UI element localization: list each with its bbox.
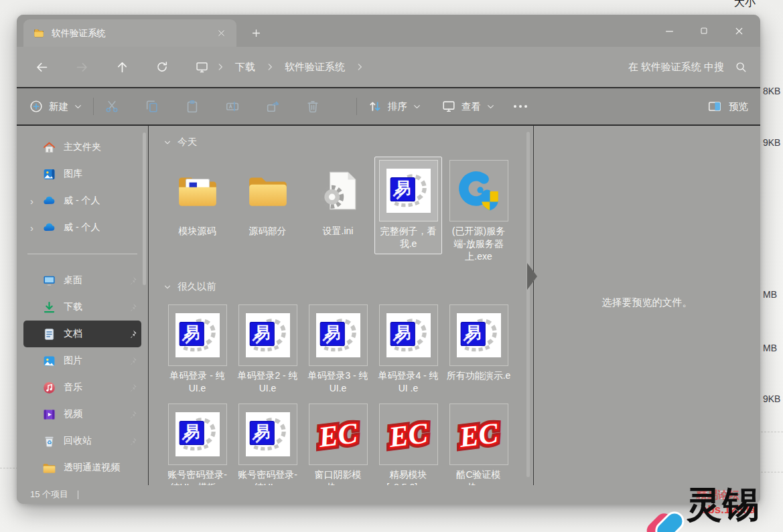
logo-mark-icon — [642, 504, 685, 532]
sidebar-item-icon — [42, 300, 56, 315]
sidebar-item[interactable]: › 回收站 — [23, 428, 141, 454]
file-type-icon — [175, 313, 220, 357]
sidebar-scrollbar[interactable] — [143, 132, 146, 285]
maximize-button[interactable] — [687, 17, 721, 44]
file-tile[interactable]: 账号密码登录-纯UI.e — [234, 400, 301, 485]
search-icon[interactable] — [735, 61, 747, 73]
background-dashed-line — [761, 472, 783, 472]
sidebar-top-list: › 主文件夹 › 图库 › 威 - 个人 — [17, 134, 148, 241]
file-name: 精易模块[v8.5.0].ec — [376, 468, 441, 485]
sidebar-item[interactable]: › 下载 — [23, 294, 141, 321]
sidebar-item[interactable]: › 威 - 个人 — [23, 187, 141, 214]
file-icon-box — [309, 304, 368, 366]
up-button[interactable] — [109, 55, 135, 79]
view-button[interactable]: 查看 — [441, 99, 495, 114]
search-input[interactable]: 在 软件验证系统 中搜 — [628, 61, 747, 74]
sidebar-item-label: 主文件夹 — [64, 141, 124, 153]
tab-current-folder[interactable]: 软件验证系统 — [23, 19, 236, 47]
file-tile[interactable]: 单码登录4 - 纯UI .e — [374, 301, 442, 399]
collapse-chevron-icon[interactable] — [163, 139, 171, 147]
sidebar-item[interactable]: › 主文件夹 — [23, 134, 141, 161]
paste-button[interactable] — [185, 99, 200, 114]
this-pc-icon[interactable] — [195, 60, 209, 74]
command-toolbar: 新建 排序 查看 预览 — [17, 88, 760, 126]
refresh-button[interactable] — [149, 55, 175, 79]
file-tile[interactable]: 完整例子，看我.e — [374, 157, 442, 254]
file-tile[interactable]: 酷C验证模块.ec — [445, 400, 512, 485]
file-tile[interactable]: 单码登录 - 纯UI.e — [163, 301, 231, 399]
back-button[interactable] — [29, 55, 54, 79]
more-options-button[interactable] — [514, 105, 527, 108]
background-dashed-line — [0, 468, 18, 468]
close-button[interactable] — [721, 17, 756, 44]
file-tile[interactable]: 源码部分 — [234, 157, 301, 242]
expand-chevron-icon[interactable]: › — [30, 196, 41, 206]
file-icon-box — [449, 160, 508, 221]
file-tile[interactable]: 设置.ini — [304, 157, 372, 242]
file-tile[interactable]: (已开源)服务端-放服务器上.exe — [445, 157, 512, 267]
share-button[interactable] — [265, 99, 280, 114]
pin-icon — [128, 436, 137, 446]
sidebar-item-icon — [42, 274, 56, 288]
sidebar-item-label: 音乐 — [64, 381, 124, 393]
sidebar-item[interactable]: › 图库 — [23, 161, 141, 187]
background-file-size: 8KB — [763, 86, 780, 96]
file-name: 源码部分 — [235, 225, 300, 238]
file-icon-box — [168, 160, 227, 221]
tab-title: 软件验证系统 — [52, 27, 215, 39]
copy-button[interactable] — [145, 99, 159, 114]
sidebar-item-label: 透明通道视频 — [64, 462, 124, 474]
file-list-scrollbar[interactable] — [526, 132, 530, 477]
file-icon-box — [168, 304, 227, 366]
preview-toggle-button[interactable]: 预览 — [707, 99, 748, 114]
file-tile[interactable]: 模块源码 — [163, 157, 231, 242]
file-tile[interactable]: 单码登录3 - 纯UI.e — [304, 301, 372, 399]
new-tab-button[interactable] — [246, 23, 266, 43]
tab-bar: 软件验证系统 — [17, 15, 760, 47]
delete-button[interactable] — [305, 99, 320, 114]
sidebar-item[interactable]: › 视频 — [23, 401, 141, 428]
file-tile[interactable]: 账号密码登录-纯UI - 横板.e — [163, 400, 231, 485]
new-button[interactable]: 新建 — [29, 99, 82, 114]
plus-icon — [251, 27, 262, 39]
forward-button[interactable] — [69, 55, 94, 79]
background-file-size: MB — [763, 343, 777, 353]
breadcrumb-current-folder[interactable]: 软件验证系统 — [279, 59, 351, 76]
rename-button[interactable] — [225, 99, 240, 114]
status-divider — [78, 491, 78, 499]
file-tile[interactable]: 单码登录2 - 纯UI.e — [234, 301, 301, 399]
breadcrumb-chevron-icon — [216, 62, 225, 72]
file-type-icon — [316, 169, 360, 213]
file-tile[interactable]: 所有功能演示.e — [445, 301, 512, 386]
collapse-chevron-icon[interactable] — [163, 283, 171, 291]
file-name: 窗口阴影模块.ec — [305, 468, 370, 485]
group-title: 今天 — [177, 136, 197, 149]
sidebar-item-label: 桌面 — [64, 274, 124, 286]
breadcrumb-downloads[interactable]: 下载 — [229, 59, 261, 76]
file-name: 完整例子，看我.e — [376, 225, 441, 250]
sidebar-item[interactable]: › 图片 — [23, 347, 141, 374]
sidebar-item[interactable]: › 透明通道视频 — [23, 454, 141, 481]
file-tile[interactable]: 精易模块[v8.5.0].ec — [374, 400, 442, 485]
file-type-icon — [457, 169, 501, 213]
file-tile[interactable]: 窗口阴影模块.ec — [304, 400, 372, 485]
file-grid: 模块源码 源码部分 设置.ini — [163, 157, 517, 267]
file-icon-box — [449, 404, 508, 465]
sort-button[interactable]: 排序 — [368, 99, 421, 114]
sidebar-item[interactable]: › 音乐 — [23, 374, 141, 401]
group-header[interactable]: 很久以前 — [163, 280, 517, 293]
logo-text: 灵锡网 — [686, 482, 783, 532]
preview-expand-arrow[interactable] — [527, 263, 537, 290]
sidebar-item[interactable]: › 文档 — [23, 321, 141, 347]
minimize-button[interactable] — [652, 17, 687, 44]
group-header[interactable]: 今天 — [163, 136, 517, 149]
expand-chevron-icon[interactable]: › — [30, 223, 41, 233]
pin-icon — [128, 302, 137, 312]
sidebar-item[interactable]: › 桌面 — [23, 267, 141, 294]
cut-button[interactable] — [104, 99, 119, 114]
sidebar-item[interactable]: › 威 - 个人 — [23, 214, 141, 241]
tab-close-icon[interactable] — [215, 27, 227, 39]
file-group-long-ago: 很久以前 单码登录 - 纯UI.e — [163, 280, 517, 485]
breadcrumb: 下载 软件验证系统 — [195, 59, 366, 76]
breadcrumb-chevron-icon[interactable] — [355, 62, 364, 72]
